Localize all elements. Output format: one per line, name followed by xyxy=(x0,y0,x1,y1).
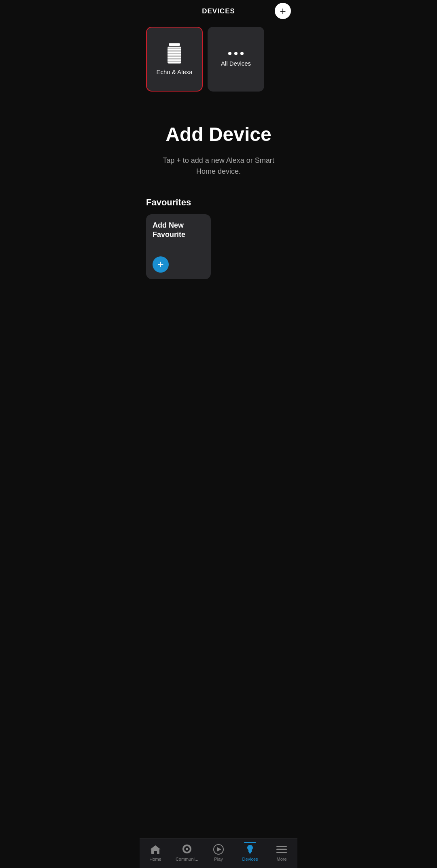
favourites-section: Favourites Add New Favourite + xyxy=(140,197,297,320)
add-favourite-icon: + xyxy=(153,256,169,273)
header: DEVICES + xyxy=(140,0,297,22)
add-device-section: Add Device Tap + to add a new Alexa or S… xyxy=(140,100,297,197)
add-favourite-label: Add New Favourite xyxy=(153,221,204,240)
echo-alexa-label: Echo & Alexa xyxy=(156,68,192,75)
all-devices-icon xyxy=(228,52,244,55)
category-tiles: Echo & Alexa All Devices xyxy=(140,22,297,100)
all-devices-tile[interactable]: All Devices xyxy=(208,27,264,92)
page-title: DEVICES xyxy=(202,7,235,15)
add-icon: + xyxy=(280,6,286,16)
echo-device-icon xyxy=(168,43,181,64)
add-device-title: Add Device xyxy=(156,124,281,145)
add-favourite-tile[interactable]: Add New Favourite + xyxy=(146,214,211,279)
add-device-subtitle: Tap + to add a new Alexa or Smart Home d… xyxy=(156,155,281,177)
favourites-title: Favourites xyxy=(146,197,291,208)
all-devices-label: All Devices xyxy=(221,60,251,67)
add-device-button[interactable]: + xyxy=(275,3,291,19)
echo-alexa-tile[interactable]: Echo & Alexa xyxy=(146,27,203,92)
